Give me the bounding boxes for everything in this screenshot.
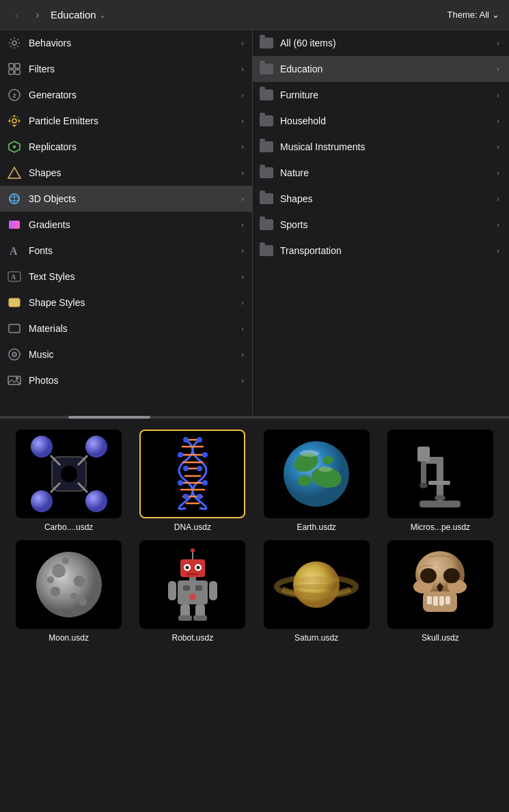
materials-label: Materials — [29, 323, 68, 334]
saturn-thumbnail — [264, 540, 370, 629]
scroll-thumb[interactable] — [68, 416, 150, 419]
particle-emitters-chevron: › — [241, 117, 244, 125]
right-item-furniture[interactable]: Furniture › — [253, 82, 509, 108]
svg-rect-1 — [9, 64, 14, 68]
title-text: Education — [51, 9, 96, 20]
list-item[interactable]: DNA.usdz — [135, 430, 250, 532]
furniture-folder-icon — [260, 89, 273, 100]
transportation-folder-icon — [260, 245, 273, 256]
svg-point-113 — [443, 568, 460, 583]
svg-point-77 — [36, 552, 102, 617]
sidebar-item-fonts[interactable]: A Fonts › — [0, 238, 252, 264]
shapes-right-label: Shapes — [280, 193, 312, 204]
svg-rect-100 — [209, 581, 217, 600]
svg-point-33 — [31, 490, 53, 512]
musical-instruments-folder-icon — [260, 141, 273, 152]
right-item-all[interactable]: All (60 items) › — [253, 30, 509, 56]
3d-objects-icon — [7, 191, 22, 206]
svg-text:A: A — [11, 273, 16, 281]
right-item-musical-instruments[interactable]: Musical Instruments › — [253, 134, 509, 160]
theme-selector[interactable]: Theme: All ⌄ — [448, 10, 499, 20]
sidebar-item-music[interactable]: Music › — [0, 341, 252, 367]
all-label: All (60 items) — [280, 38, 336, 48]
svg-point-56 — [178, 480, 183, 486]
svg-point-112 — [420, 568, 437, 583]
list-item[interactable]: Moon.usdz — [11, 540, 126, 643]
svg-point-8 — [10, 116, 19, 126]
back-button[interactable]: ‹ — [10, 8, 25, 23]
svg-point-32 — [85, 436, 107, 458]
svg-point-39 — [61, 466, 77, 482]
education-chevron: › — [497, 65, 499, 73]
list-item[interactable]: Earth.usdz — [259, 430, 374, 532]
svg-rect-73 — [428, 481, 450, 485]
sidebar-item-photos[interactable]: Photos › — [0, 367, 252, 393]
sidebar-item-materials[interactable]: Materials › — [0, 316, 252, 341]
sidebar-item-replicators[interactable]: Replicators › — [0, 134, 252, 160]
svg-rect-2 — [15, 64, 20, 68]
fonts-label: Fonts — [29, 245, 53, 256]
svg-point-11 — [14, 125, 16, 127]
sidebar: Behaviors › Filters › — [0, 30, 253, 416]
right-item-shapes[interactable]: Shapes › — [253, 186, 509, 212]
svg-rect-19 — [9, 221, 20, 229]
sidebar-item-shape-styles[interactable]: Shape Styles › — [0, 290, 252, 316]
list-item[interactable]: Carbo....usdz — [11, 430, 126, 532]
header-title[interactable]: Education ⌄ — [51, 9, 106, 20]
sidebar-item-filters[interactable]: Filters › — [0, 56, 252, 82]
transportation-label: Transportation — [280, 245, 342, 256]
list-item[interactable]: Skull.usdz — [383, 540, 498, 643]
materials-chevron: › — [241, 324, 244, 333]
shape-styles-chevron: › — [241, 298, 244, 307]
svg-rect-93 — [187, 573, 199, 575]
musical-instruments-chevron: › — [497, 143, 499, 151]
svg-point-9 — [14, 115, 16, 117]
list-item[interactable]: Micros...pe.usdz — [383, 430, 498, 532]
svg-point-79 — [74, 576, 85, 587]
sidebar-item-text-styles[interactable]: A Text Styles › — [0, 264, 252, 290]
right-item-transportation[interactable]: Transportation › — [253, 238, 509, 264]
svg-point-66 — [300, 450, 319, 457]
sidebar-item-behaviors[interactable]: Behaviors › — [0, 30, 252, 56]
saturn-label: Saturn.usdz — [294, 633, 338, 643]
text-styles-chevron: › — [241, 272, 244, 281]
filters-chevron: › — [241, 65, 244, 73]
grid: Carbo....usdz — [11, 430, 498, 643]
svg-rect-71 — [417, 447, 430, 462]
svg-point-58 — [183, 494, 189, 499]
scroll-divider — [0, 416, 509, 419]
svg-rect-97 — [195, 585, 202, 591]
musical-instruments-label: Musical Instruments — [280, 141, 365, 152]
right-item-nature[interactable]: Nature › — [253, 160, 509, 186]
list-item[interactable]: Saturn.usdz — [259, 540, 374, 643]
sidebar-item-shapes[interactable]: Shapes › — [0, 160, 252, 186]
main-content: Behaviors › Filters › — [0, 30, 509, 416]
right-item-household[interactable]: Household › — [253, 108, 509, 134]
svg-rect-116 — [433, 596, 438, 606]
svg-point-34 — [85, 490, 107, 512]
svg-point-14 — [13, 145, 16, 148]
svg-point-51 — [197, 437, 202, 443]
right-item-sports[interactable]: Sports › — [253, 212, 509, 238]
household-label: Household — [280, 115, 326, 126]
svg-point-12 — [9, 120, 11, 122]
right-item-education[interactable]: Education › — [253, 56, 509, 82]
filters-icon — [7, 61, 22, 76]
theme-chevron: ⌄ — [492, 10, 499, 20]
education-label: Education — [280, 64, 322, 74]
sidebar-item-particle-emitters[interactable]: Particle Emitters › — [0, 108, 252, 134]
behaviors-label: Behaviors — [29, 38, 71, 48]
svg-point-59 — [197, 494, 202, 499]
list-item[interactable]: Robot.usdz — [135, 540, 250, 643]
svg-point-55 — [197, 466, 202, 471]
svg-point-108 — [293, 584, 340, 589]
sidebar-item-3d-objects[interactable]: 3D Objects › — [0, 186, 252, 212]
svg-rect-24 — [9, 324, 20, 333]
forward-button[interactable]: › — [30, 8, 45, 23]
grid-section: Carbo....usdz — [0, 419, 509, 654]
sidebar-item-gradients[interactable]: Gradients › — [0, 212, 252, 238]
filters-label: Filters — [29, 64, 55, 74]
sidebar-item-generators[interactable]: 2 Generators › — [0, 82, 252, 108]
gradients-icon — [7, 217, 22, 232]
skull-label: Skull.usdz — [422, 633, 459, 643]
